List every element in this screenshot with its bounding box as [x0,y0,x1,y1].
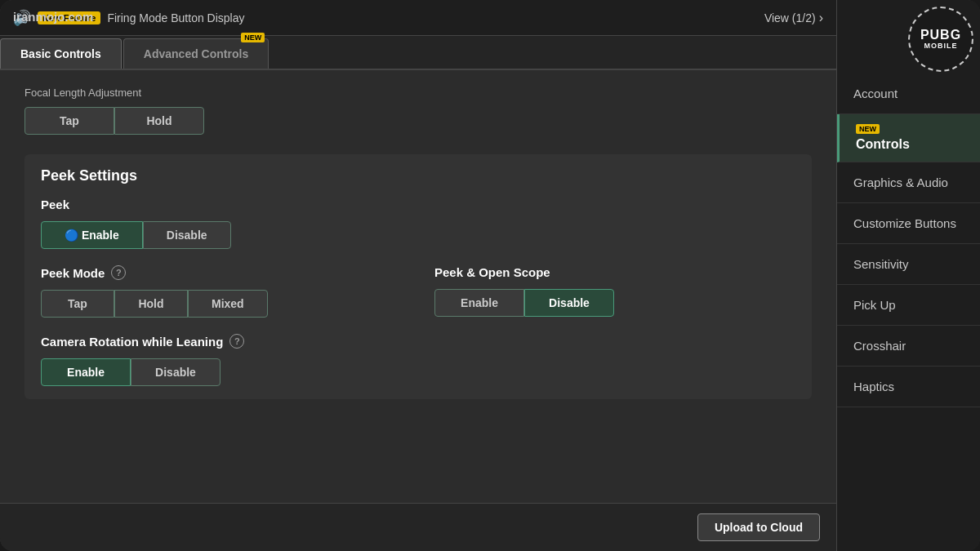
sidebar-pickup-label: Pick Up [853,298,896,312]
sidebar-item-haptics[interactable]: Haptics [837,367,980,407]
peek-mode-label: Peek Mode ? [41,265,402,280]
sidebar-item-sensitivity[interactable]: Sensitivity [837,244,980,285]
focal-length-buttons: Tap Hold [24,107,812,135]
peek-icon: 🔵 [65,229,82,242]
peek-disable-btn[interactable]: Disable [143,221,231,249]
view-link[interactable]: View (1/2) › [764,11,823,25]
peek-mode-hold-btn[interactable]: Hold [114,290,188,318]
sidebar: Account NEW Controls Graphics & Audio Cu… [836,0,980,551]
pubg-logo: PUBG MOBILE [908,7,973,72]
focal-length-section: Focal Length Adjustment Tap Hold [24,87,812,135]
sidebar-item-graphics[interactable]: Graphics & Audio [837,162,980,203]
sidebar-item-pickup[interactable]: Pick Up [837,285,980,326]
camera-rotation-buttons: Enable Disable [41,358,795,386]
peek-open-scope-label: Peek & Open Scope [434,265,795,279]
view-chevron: › [819,11,823,25]
banner-text: Firing Mode Button Display [107,11,244,24]
tab-basic-controls[interactable]: Basic Controls [0,38,122,69]
peek-scope-buttons: Enable Disable [434,289,795,317]
peek-buttons: 🔵 Enable Disable [41,221,795,249]
bottom-bar: Upload to Cloud [0,503,836,551]
camera-rotation-help-icon[interactable]: ? [229,334,244,349]
tab-basic-label: Basic Controls [20,47,101,60]
peek-mode-tap-btn[interactable]: Tap [41,290,114,318]
content-area: 🔊 New Feature Firing Mode Button Display… [0,0,836,551]
sidebar-haptics-label: Haptics [853,380,894,393]
camera-disable-btn[interactable]: Disable [131,358,220,386]
pubg-logo-mobile: MOBILE [924,42,958,50]
camera-rotation-option: Camera Rotation while Leaning ? Enable D… [41,334,795,386]
sidebar-item-controls[interactable]: NEW Controls [837,114,980,162]
peek-settings-section: Peek Settings Peek 🔵 Enable Disable [24,154,812,399]
sidebar-graphics-label: Graphics & Audio [853,176,948,189]
peek-option: Peek 🔵 Enable Disable [41,198,795,249]
focal-length-title: Focal Length Adjustment [24,87,812,99]
peek-scope-disable-btn[interactable]: Disable [524,289,614,317]
tabs-bar: Basic Controls Advanced Controls NEW [0,36,836,70]
focal-tap-btn[interactable]: Tap [24,107,114,135]
watermark: iranmojo.com [13,10,93,24]
sidebar-item-customize[interactable]: Customize Buttons [837,203,980,244]
pubg-logo-text: PUBG [920,29,961,42]
sidebar-crosshair-label: Crosshair [853,339,906,353]
sidebar-customize-label: Customize Buttons [853,216,956,230]
peek-mode-col: Peek Mode ? Tap Hold Mixed [41,265,402,318]
peek-mode-row: Peek Mode ? Tap Hold Mixed Peek & Open S… [41,265,795,318]
camera-enable-btn[interactable]: Enable [41,358,131,386]
peek-label: Peek [41,198,795,211]
peek-mode-help-icon[interactable]: ? [111,265,126,280]
view-label: View (1/2) [764,11,816,24]
peek-mode-buttons: Tap Hold Mixed [41,290,402,318]
camera-rotation-label: Camera Rotation while Leaning ? [41,334,795,349]
tab-advanced-label: Advanced Controls [144,47,248,60]
sidebar-item-crosshair[interactable]: Crosshair [837,326,980,367]
controls-new-badge: NEW [856,124,880,134]
sidebar-sensitivity-label: Sensitivity [853,257,909,271]
peek-scope-enable-btn[interactable]: Enable [434,289,524,317]
settings-content: Focal Length Adjustment Tap Hold Peek Se… [0,70,836,503]
peek-settings-heading: Peek Settings [41,167,795,184]
sidebar-account-label: Account [853,87,898,100]
tab-advanced-controls[interactable]: Advanced Controls NEW [123,38,269,69]
peek-enable-btn[interactable]: 🔵 Enable [41,221,143,249]
sidebar-controls-label: Controls [856,137,910,152]
focal-hold-btn[interactable]: Hold [114,107,204,135]
peek-open-scope-col: Peek & Open Scope Enable Disable [434,265,795,317]
upload-cloud-button[interactable]: Upload to Cloud [697,513,820,541]
tab-new-badge: NEW [241,33,265,42]
peek-mode-mixed-btn[interactable]: Mixed [188,290,268,318]
top-banner: 🔊 New Feature Firing Mode Button Display… [0,0,836,36]
sidebar-item-account[interactable]: Account [837,73,980,114]
main-container: iranmojo.com PUBG MOBILE 🔊 New Feature F… [0,0,980,551]
